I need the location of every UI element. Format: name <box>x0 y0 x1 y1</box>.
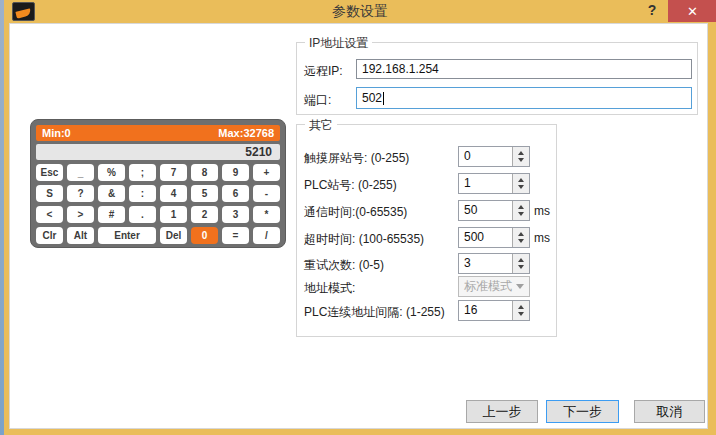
next-step-button[interactable]: 下一步 <box>546 400 619 423</box>
key-6[interactable]: 6 <box>222 185 249 202</box>
key-8[interactable]: 8 <box>191 164 218 181</box>
comm-time-unit: ms <box>534 204 550 218</box>
plc-station-spinner[interactable]: 1 <box>458 173 530 194</box>
spin-down-icon <box>518 239 524 243</box>
keypad-min-label: Min:0 <box>42 127 71 139</box>
other-settings-group-title: 其它 <box>305 117 337 134</box>
timeout-spinner[interactable]: 500 <box>458 227 530 248</box>
timeout-unit: ms <box>534 231 550 245</box>
spinner-buttons[interactable] <box>512 201 529 220</box>
address-mode-value: 标准模式 <box>464 278 516 295</box>
key-4[interactable]: 4 <box>160 185 187 202</box>
plc-address-interval-label: PLC连续地址间隔: (1-255) <box>304 304 445 321</box>
key-hash[interactable]: # <box>98 206 125 223</box>
spin-up-icon <box>518 205 524 209</box>
previous-step-button[interactable]: 上一步 <box>466 400 538 423</box>
spin-up-icon <box>518 258 524 262</box>
key-dot[interactable]: . <box>129 206 156 223</box>
key-colon[interactable]: : <box>129 185 156 202</box>
chevron-down-icon <box>516 284 524 289</box>
spinner-buttons[interactable] <box>512 147 529 166</box>
key-enter[interactable]: Enter <box>98 227 156 244</box>
key-greater-than[interactable]: > <box>67 206 94 223</box>
spin-up-icon <box>518 178 524 182</box>
timeout-label: 超时时间: (100-65535) <box>304 231 424 248</box>
timeout-value: 500 <box>459 228 512 247</box>
key-del[interactable]: Del <box>160 227 187 244</box>
cancel-button[interactable]: 取消 <box>634 400 705 423</box>
comm-time-spinner[interactable]: 50 <box>458 200 530 221</box>
numeric-keypad: Min:0 Max:32768 5210 Esc _ % ; 7 8 9 + S… <box>30 119 286 248</box>
key-esc[interactable]: Esc <box>36 164 63 181</box>
titlebar[interactable]: 参数设置 ? ✕ <box>4 0 716 23</box>
address-mode-dropdown[interactable]: 标准模式 <box>458 276 530 297</box>
key-5[interactable]: 5 <box>191 185 218 202</box>
key-9[interactable]: 9 <box>222 164 249 181</box>
keypad-max-label: Max:32768 <box>218 127 274 139</box>
key-underscore[interactable]: _ <box>67 164 94 181</box>
plc-station-label: PLC站号: (0-255) <box>304 177 397 194</box>
remote-ip-input[interactable]: 192.168.1.254 <box>356 59 692 79</box>
plc-address-interval-spinner[interactable]: 16 <box>458 300 530 321</box>
keypad-keys: Esc _ % ; 7 8 9 + S ? & : 4 5 6 - < > # … <box>36 164 280 244</box>
key-3[interactable]: 3 <box>222 206 249 223</box>
port-input[interactable]: 502 <box>356 87 692 109</box>
key-question[interactable]: ? <box>67 185 94 202</box>
plc-station-value: 1 <box>459 174 512 193</box>
plc-address-interval-value: 16 <box>459 301 512 320</box>
touch-panel-station-value: 0 <box>459 147 512 166</box>
comm-time-value: 50 <box>459 201 512 220</box>
retry-count-value: 3 <box>459 254 512 273</box>
touch-panel-station-spinner[interactable]: 0 <box>458 146 530 167</box>
touch-panel-station-label: 触摸屏站号: (0-255) <box>304 150 409 167</box>
key-less-than[interactable]: < <box>36 206 63 223</box>
key-asterisk[interactable]: * <box>253 206 280 223</box>
spin-down-icon <box>518 158 524 162</box>
ip-settings-group-title: IP地址设置 <box>305 35 372 52</box>
remote-ip-label: 远程IP: <box>304 63 343 80</box>
remote-ip-value: 192.168.1.254 <box>362 62 439 76</box>
key-clr[interactable]: Clr <box>36 227 63 244</box>
keypad-range-bar: Min:0 Max:32768 <box>36 125 280 141</box>
key-minus[interactable]: - <box>253 185 280 202</box>
key-1[interactable]: 1 <box>160 206 187 223</box>
key-slash[interactable]: / <box>253 227 280 244</box>
spin-up-icon <box>518 305 524 309</box>
parameter-settings-dialog: 参数设置 ? ✕ Min:0 Max:32768 5210 Esc _ % ; … <box>0 0 716 435</box>
spinner-buttons[interactable] <box>512 174 529 193</box>
spin-up-icon <box>518 151 524 155</box>
spin-down-icon <box>518 212 524 216</box>
retry-count-label: 重试次数: (0-5) <box>304 257 384 274</box>
spinner-buttons[interactable] <box>512 228 529 247</box>
key-ampersand[interactable]: & <box>98 185 125 202</box>
port-value: 502 <box>362 91 382 105</box>
text-cursor <box>383 92 384 105</box>
background-window-edge <box>0 0 4 435</box>
close-icon: ✕ <box>687 4 698 19</box>
spinner-buttons[interactable] <box>512 254 529 273</box>
spin-down-icon <box>518 185 524 189</box>
address-mode-label: 地址模式: <box>304 280 355 297</box>
keypad-display: 5210 <box>36 144 280 160</box>
retry-count-spinner[interactable]: 3 <box>458 253 530 274</box>
key-0[interactable]: 0 <box>191 227 218 244</box>
comm-time-label: 通信时间:(0-65535) <box>304 204 407 221</box>
close-button[interactable]: ✕ <box>668 0 716 22</box>
spin-up-icon <box>518 232 524 236</box>
key-2[interactable]: 2 <box>191 206 218 223</box>
spin-down-icon <box>518 312 524 316</box>
key-s[interactable]: S <box>36 185 63 202</box>
spin-down-icon <box>518 265 524 269</box>
key-alt[interactable]: Alt <box>67 227 94 244</box>
key-7[interactable]: 7 <box>160 164 187 181</box>
help-button[interactable]: ? <box>642 2 662 21</box>
key-plus[interactable]: + <box>253 164 280 181</box>
spinner-buttons[interactable] <box>512 301 529 320</box>
key-equals[interactable]: = <box>222 227 249 244</box>
port-label: 端口: <box>304 92 331 109</box>
key-percent[interactable]: % <box>98 164 125 181</box>
key-semicolon[interactable]: ; <box>129 164 156 181</box>
window-title: 参数设置 <box>4 3 716 21</box>
